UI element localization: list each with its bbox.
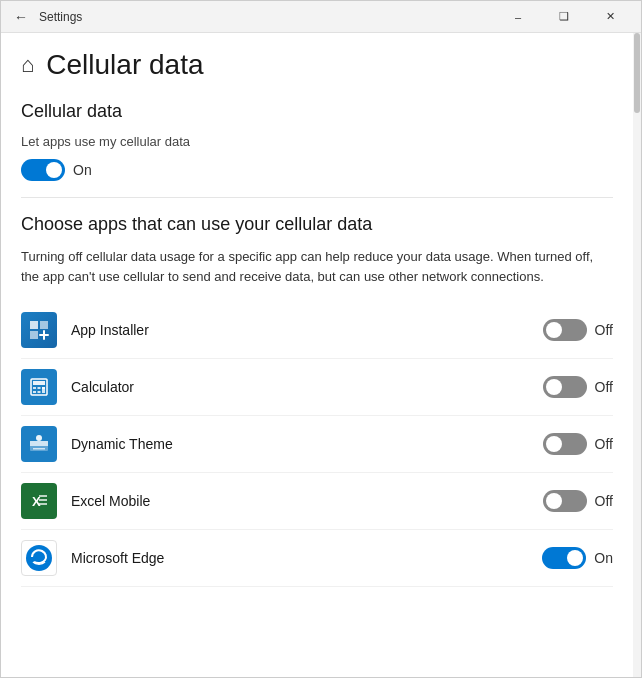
svg-rect-1 [40, 321, 48, 329]
svg-rect-17 [39, 495, 47, 497]
page-title: Cellular data [46, 49, 203, 81]
edge-toggle[interactable] [542, 547, 586, 569]
dynamic-theme-toggle-area: Off [543, 433, 613, 455]
edge-state-label: On [594, 550, 613, 566]
calculator-toggle[interactable] [543, 376, 587, 398]
app-installer-name: App Installer [71, 322, 543, 338]
svg-rect-4 [33, 381, 45, 385]
app-installer-toggle[interactable] [543, 319, 587, 341]
scrollbar-thumb[interactable] [634, 33, 640, 113]
excel-toggle-area: Off [543, 490, 613, 512]
edge-icon [21, 540, 57, 576]
cellular-section: Cellular data Let apps use my cellular d… [21, 101, 613, 181]
svg-rect-2 [30, 331, 38, 339]
close-button[interactable]: ✕ [587, 1, 633, 33]
title-bar: ← Settings – ❑ ✕ [1, 1, 641, 33]
scrollbar[interactable] [633, 33, 641, 677]
calculator-state-label: Off [595, 379, 613, 395]
dynamic-theme-toggle-thumb [546, 436, 562, 452]
dynamic-theme-icon [21, 426, 57, 462]
apps-section: Choose apps that can use your cellular d… [21, 214, 613, 587]
dynamic-theme-state-label: Off [595, 436, 613, 452]
calculator-toggle-area: Off [543, 376, 613, 398]
apps-section-description: Turning off cellular data usage for a sp… [21, 247, 613, 286]
dynamic-theme-toggle[interactable] [543, 433, 587, 455]
home-icon: ⌂ [21, 52, 34, 78]
svg-point-13 [36, 435, 42, 441]
list-item: Dynamic Theme Off [21, 416, 613, 473]
apps-section-title: Choose apps that can use your cellular d… [21, 214, 613, 235]
main-toggle-state-label: On [73, 162, 92, 178]
title-bar-title: Settings [39, 10, 495, 24]
minimize-button[interactable]: – [495, 1, 541, 33]
app-installer-state-label: Off [595, 322, 613, 338]
main-toggle-container: On [21, 159, 613, 181]
list-item: Microsoft Edge On [21, 530, 613, 587]
main-toggle[interactable] [21, 159, 65, 181]
svg-rect-6 [38, 387, 41, 389]
excel-state-label: Off [595, 493, 613, 509]
main-toggle-label: Let apps use my cellular data [21, 134, 613, 149]
list-item: Calculator Off [21, 359, 613, 416]
calculator-name: Calculator [71, 379, 543, 395]
svg-rect-10 [42, 387, 45, 393]
app-list: App Installer Off [21, 302, 613, 587]
app-installer-toggle-thumb [546, 322, 562, 338]
maximize-button[interactable]: ❑ [541, 1, 587, 33]
excel-toggle-thumb [546, 493, 562, 509]
list-item: App Installer Off [21, 302, 613, 359]
back-button[interactable]: ← [9, 5, 33, 29]
excel-icon: X [21, 483, 57, 519]
dynamic-theme-name: Dynamic Theme [71, 436, 543, 452]
excel-name: Excel Mobile [71, 493, 543, 509]
svg-rect-8 [33, 391, 36, 393]
list-item: X Excel Mobile Off [21, 473, 613, 530]
window-controls: – ❑ ✕ [495, 1, 633, 33]
excel-toggle[interactable] [543, 490, 587, 512]
svg-rect-18 [39, 499, 47, 501]
main-content: ⌂ Cellular data Cellular data Let apps u… [1, 33, 633, 677]
svg-rect-9 [38, 391, 41, 393]
app-installer-toggle-area: Off [543, 319, 613, 341]
svg-point-20 [26, 545, 52, 571]
calculator-toggle-thumb [546, 379, 562, 395]
calculator-icon [21, 369, 57, 405]
section-divider [21, 197, 613, 198]
svg-rect-0 [30, 321, 38, 329]
main-toggle-thumb [46, 162, 62, 178]
cellular-section-title: Cellular data [21, 101, 613, 122]
app-installer-icon [21, 312, 57, 348]
edge-toggle-area: On [542, 547, 613, 569]
svg-rect-14 [33, 448, 45, 450]
page-header: ⌂ Cellular data [21, 49, 613, 81]
svg-rect-5 [33, 387, 36, 389]
edge-name: Microsoft Edge [71, 550, 542, 566]
svg-rect-19 [39, 503, 47, 505]
svg-rect-12 [30, 441, 48, 446]
